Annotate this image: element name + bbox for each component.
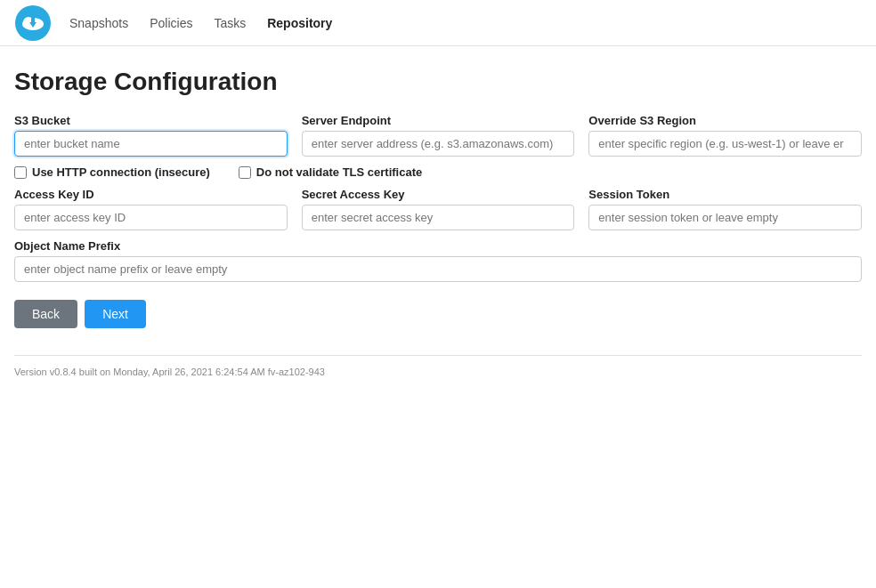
nav-links: Snapshots Policies Tasks Repository: [69, 16, 332, 30]
nav-policies[interactable]: Policies: [150, 16, 192, 30]
s3-bucket-group: S3 Bucket: [14, 114, 288, 157]
secret-access-key-label: Secret Access Key: [302, 188, 575, 201]
back-button[interactable]: Back: [14, 300, 77, 328]
use-http-checkbox-label[interactable]: Use HTTP connection (insecure): [14, 165, 210, 179]
no-validate-tls-checkbox[interactable]: [239, 166, 251, 179]
use-http-checkbox[interactable]: [14, 166, 27, 179]
override-s3-region-label: Override S3 Region: [588, 114, 862, 127]
main-content: Storage Configuration S3 Bucket Server E…: [0, 46, 876, 399]
secret-access-key-group: Secret Access Key: [302, 188, 575, 230]
s3-bucket-input[interactable]: [14, 131, 288, 157]
access-key-id-group: Access Key ID: [14, 188, 288, 230]
session-token-label: Session Token: [588, 188, 862, 201]
server-endpoint-group: Server Endpoint: [302, 114, 575, 157]
navbar: Snapshots Policies Tasks Repository: [0, 0, 876, 46]
object-name-prefix-group: Object Name Prefix: [14, 239, 862, 282]
server-endpoint-label: Server Endpoint: [302, 114, 575, 127]
page-title: Storage Configuration: [14, 68, 862, 96]
server-endpoint-input[interactable]: [302, 131, 575, 157]
button-row: Back Next: [14, 300, 862, 328]
no-validate-tls-label-text: Do not validate TLS certificate: [256, 165, 422, 179]
use-http-label-text: Use HTTP connection (insecure): [32, 165, 210, 179]
nav-snapshots[interactable]: Snapshots: [69, 16, 128, 30]
session-token-input[interactable]: [588, 205, 862, 230]
session-token-group: Session Token: [588, 188, 862, 230]
nav-repository[interactable]: Repository: [267, 16, 332, 30]
secret-access-key-input[interactable]: [302, 205, 575, 230]
access-key-id-input[interactable]: [14, 205, 288, 230]
object-name-prefix-label: Object Name Prefix: [14, 239, 862, 253]
form-row-3: Access Key ID Secret Access Key Session …: [14, 188, 862, 230]
s3-bucket-label: S3 Bucket: [14, 114, 288, 127]
form-row-1: S3 Bucket Server Endpoint Override S3 Re…: [14, 114, 862, 157]
version-text: Version v0.8.4 built on Monday, April 26…: [14, 355, 862, 377]
override-s3-region-input[interactable]: [588, 131, 862, 157]
access-key-id-label: Access Key ID: [14, 188, 288, 201]
object-name-prefix-input[interactable]: [14, 256, 862, 282]
nav-tasks[interactable]: Tasks: [214, 16, 246, 30]
app-logo: [14, 4, 52, 42]
no-validate-tls-checkbox-label[interactable]: Do not validate TLS certificate: [239, 165, 422, 179]
next-button[interactable]: Next: [85, 300, 146, 328]
checkbox-row: Use HTTP connection (insecure) Do not va…: [14, 165, 862, 179]
svg-rect-5: [31, 18, 35, 24]
override-s3-region-group: Override S3 Region: [588, 114, 862, 157]
